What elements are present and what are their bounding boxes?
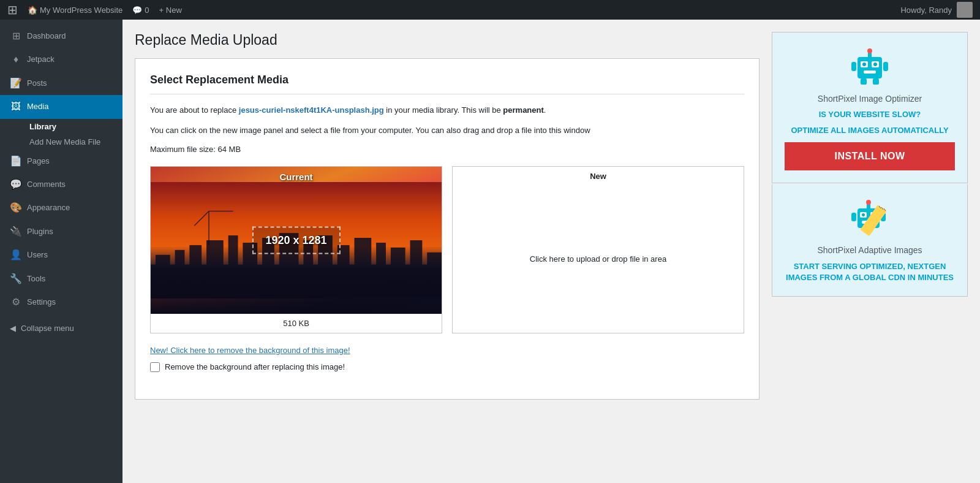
sidebar: ⊞ Dashboard ♦ Jetpack 📝 Posts 🖼 Media Li… <box>0 20 123 483</box>
description-text-2: You can click on the new image panel and… <box>150 124 744 137</box>
sidebar-item-tools[interactable]: 🔧 Tools <box>0 267 123 291</box>
remove-bg-link[interactable]: New! Click here to remove the background… <box>150 346 744 355</box>
file-size-label: 510 KB <box>151 314 442 333</box>
svg-point-24 <box>862 63 866 66</box>
sidebar-item-comments[interactable]: 💬 Comments <box>0 173 123 196</box>
install-now-button[interactable]: INSTALL NOW <box>785 142 955 170</box>
new-panel-label: New <box>453 167 744 186</box>
remove-bg-checkbox[interactable] <box>150 362 160 372</box>
comment-icon: 💬 <box>132 6 142 15</box>
svg-rect-32 <box>873 78 879 85</box>
sidebar-item-dashboard[interactable]: ⊞ Dashboard <box>0 25 123 48</box>
file-size-text: Maximum file size: 64 MB <box>150 145 744 154</box>
settings-icon: ⚙ <box>10 295 22 309</box>
sidebar-item-appearance[interactable]: 🎨 Appearance <box>0 196 123 219</box>
home-icon: 🏠 <box>28 6 37 15</box>
sidebar-submenu-add-new[interactable]: Add New Media File <box>0 134 123 150</box>
users-icon: 👤 <box>10 248 22 262</box>
current-label-text: Current <box>279 172 312 182</box>
svg-rect-26 <box>864 70 876 74</box>
media-icon: 🖼 <box>10 100 22 113</box>
ad1-cta: OPTIMIZE ALL IMAGES AUTOMATICALLY <box>791 125 948 136</box>
collapse-menu-button[interactable]: ◀ Collapse menu <box>0 319 123 338</box>
city-overlay <box>151 265 442 314</box>
description-text-1: You are about to replace jesus-curiel-ns… <box>150 104 744 117</box>
content-area: Replace Media Upload Select Replacement … <box>135 32 760 471</box>
admin-bar: ⊞ 🏠 My WordPress Website 💬 0 + New Howdy… <box>0 0 980 20</box>
sidebar-item-media[interactable]: 🖼 Media <box>0 95 123 118</box>
current-image-panel: Current 1920 x 1281 510 KB <box>150 166 442 333</box>
plugins-icon: 🔌 <box>10 225 22 238</box>
adminbar-new[interactable]: + New <box>159 6 182 15</box>
avatar[interactable] <box>957 2 973 18</box>
upload-drop-area[interactable]: Click here to upload or drop file in are… <box>453 186 744 333</box>
svg-rect-31 <box>861 78 867 85</box>
jetpack-icon: ♦ <box>10 53 22 66</box>
ad-shortpixel-adaptive: ShortPixel Adaptive Images START SERVING… <box>772 184 968 296</box>
filename-link[interactable]: jesus-curiel-nskeft4t1KA-unsplash.jpg <box>239 105 384 115</box>
robot-icon <box>848 45 891 88</box>
image-panels: Current 1920 x 1281 510 KB New Click her… <box>150 166 744 333</box>
svg-rect-29 <box>851 62 856 71</box>
sidebar-ads: ShortPixel Image Optimizer IS YOUR WEBSI… <box>772 32 968 471</box>
adminbar-comments[interactable]: 💬 0 <box>132 6 149 15</box>
adminbar-site-name[interactable]: 🏠 My WordPress Website <box>28 6 123 15</box>
main-content: Replace Media Upload Select Replacement … <box>123 20 980 483</box>
image-dimensions: 1920 x 1281 <box>252 226 340 254</box>
posts-icon: 📝 <box>10 77 22 90</box>
wp-logo-icon[interactable]: ⊞ <box>7 2 18 17</box>
dashboard-icon: ⊞ <box>10 29 22 43</box>
svg-point-25 <box>873 63 877 66</box>
svg-point-36 <box>862 213 865 216</box>
svg-rect-41 <box>851 213 856 221</box>
comments-icon: 💬 <box>10 178 22 191</box>
current-image-container: Current 1920 x 1281 <box>151 167 442 314</box>
svg-rect-21 <box>858 57 882 78</box>
collapse-icon: ◀ <box>10 324 16 333</box>
svg-point-28 <box>867 48 872 53</box>
remove-bg-row: Remove the background after replacing th… <box>150 362 744 372</box>
tools-icon: 🔧 <box>10 272 22 286</box>
appearance-icon: 🎨 <box>10 201 22 215</box>
ad2-title: ShortPixel Adaptive Images <box>817 245 922 255</box>
ad1-subtitle: IS YOUR WEBSITE SLOW? <box>819 110 921 119</box>
upload-text: Click here to upload or drop file in are… <box>530 254 666 264</box>
sidebar-item-users[interactable]: 👤 Users <box>0 243 123 267</box>
sidebar-item-pages[interactable]: 📄 Pages <box>0 150 123 173</box>
sidebar-submenu-library[interactable]: Library <box>0 119 123 134</box>
replace-media-card: Select Replacement Media You are about t… <box>135 58 760 400</box>
sidebar-item-settings[interactable]: ⚙ Settings <box>0 291 123 314</box>
new-image-panel: New Click here to upload or drop file in… <box>452 166 744 333</box>
adminbar-right: Howdy, Randy <box>900 2 973 18</box>
sidebar-item-plugins[interactable]: 🔌 Plugins <box>0 220 123 243</box>
page-title: Replace Media Upload <box>135 32 760 48</box>
svg-rect-30 <box>883 62 888 71</box>
pages-icon: 📄 <box>10 154 22 168</box>
adminbar-howdy: Howdy, Randy <box>900 6 952 15</box>
sidebar-item-jetpack[interactable]: ♦ Jetpack <box>0 48 123 71</box>
ad1-title: ShortPixel Image Optimizer <box>818 94 922 104</box>
ad-shortpixel-optimizer: ShortPixel Image Optimizer IS YOUR WEBSI… <box>772 32 968 183</box>
remove-bg-checkbox-label[interactable]: Remove the background after replacing th… <box>165 362 345 371</box>
card-title: Select Replacement Media <box>150 74 744 94</box>
sidebar-item-posts[interactable]: 📝 Posts <box>0 72 123 95</box>
robot-ruler-icon <box>848 196 891 239</box>
ad2-subtitle: START SERVING OPTIMIZED, NEXTGEN IMAGES … <box>785 261 955 283</box>
svg-point-40 <box>866 200 871 205</box>
